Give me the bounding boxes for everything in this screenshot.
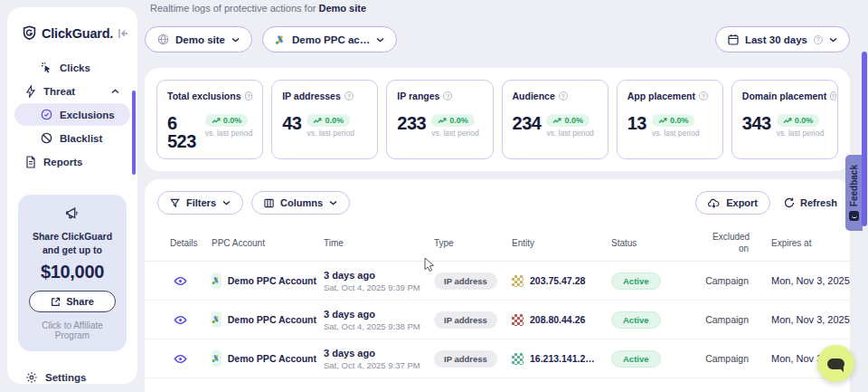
affiliate-promo-card[interactable]: Share ClickGuard and get up to $10,000 S… [18, 195, 127, 351]
col-header-expires-at[interactable]: Expires at [749, 238, 841, 248]
col-header-time[interactable]: Time [316, 238, 427, 248]
export-button[interactable]: Export [695, 191, 770, 215]
share-button-label: Share [66, 296, 94, 307]
help-icon[interactable]: ? [344, 91, 354, 100]
details-eye-icon[interactable] [163, 315, 204, 325]
date-range-selector[interactable]: Last 30 days ? [715, 26, 850, 53]
sidebar-item-reports[interactable]: Reports [14, 150, 130, 173]
sidebar-scrollbar[interactable] [132, 91, 136, 175]
sidebar-item-threat[interactable]: Threat [14, 80, 130, 102]
status-cell: Active [604, 311, 701, 329]
details-eye-icon[interactable] [163, 276, 204, 286]
excluded-on-cell: Campaign [705, 275, 749, 286]
chevron-down-icon [222, 200, 231, 206]
logs-table-panel: Filters Columns Export [145, 179, 850, 392]
help-icon[interactable]: ? [699, 91, 708, 100]
sidebar-item-blacklist[interactable]: Blacklist [14, 127, 130, 149]
col-header-details[interactable]: Details [163, 238, 204, 248]
stat-label: IP ranges [397, 91, 439, 101]
entity-identicon [512, 353, 524, 365]
sidebar-item-label: Blacklist [60, 133, 130, 144]
chevron-down-icon [329, 200, 337, 206]
google-ads-icon [212, 311, 222, 328]
columns-button[interactable]: Columns [251, 191, 350, 215]
sidebar-item-settings[interactable]: Settings [14, 366, 130, 384]
type-cell: IP address [427, 349, 505, 368]
col-header-ppc-account[interactable]: PPC Account [204, 238, 316, 248]
refresh-button-label: Refresh [800, 197, 837, 208]
sidebar-item-label: Settings [45, 372, 130, 383]
table-row: Demo PPC Account 3 days ago Sat, Oct 4, … [145, 301, 850, 339]
type-badge: IP address [434, 311, 497, 329]
excluded-on-cell: Campaign [705, 314, 749, 325]
stat-delta-badge: 0.0% [205, 114, 249, 127]
status-cell: Active [604, 272, 701, 290]
table-header-row: Details PPC Account Time Type Entity Sta… [145, 225, 850, 262]
feedback-tab-label: Feedback [849, 165, 859, 206]
time-cell: 3 days ago Sat, Oct 4, 2025 9:37 PM [316, 348, 427, 370]
time-absolute: Sat, Oct 4, 2025 9:39 PM [324, 282, 427, 292]
promo-amount: $10,000 [25, 262, 119, 282]
col-header-excluded-on[interactable]: Excluded on [705, 232, 749, 254]
table-row: Demo PPC Account 3 days ago Sat, Oct 4, … [145, 339, 850, 378]
stats-panel: Total exclusions? 6 523 0.0% vs. last pe… [145, 68, 850, 171]
help-icon[interactable]: ? [245, 91, 253, 100]
table-toolbar: Filters Columns Export [145, 191, 850, 215]
stat-card-total-exclusions: Total exclusions? 6 523 0.0% vs. last pe… [156, 80, 263, 159]
ppc-account-cell: Demo PPC Account [204, 350, 316, 367]
col-header-status[interactable]: Status [604, 238, 701, 248]
filters-button[interactable]: Filters [157, 191, 243, 215]
ppc-account-name: Demo PPC Account [228, 314, 316, 325]
entity-cell: 208.80.44.26 [505, 314, 604, 326]
click-cursor-icon [41, 62, 52, 73]
help-icon[interactable]: ? [559, 91, 568, 100]
help-icon[interactable]: ? [443, 91, 452, 100]
date-range-label: Last 30 days [745, 34, 807, 45]
clickguard-logo-icon [22, 25, 37, 42]
share-button[interactable]: Share [29, 291, 116, 312]
export-button-label: Export [726, 197, 758, 208]
time-relative: 3 days ago [324, 309, 427, 320]
chat-launcher-button[interactable] [817, 345, 854, 382]
table-row-partial: 3 days ago [145, 378, 850, 392]
ban-icon [41, 132, 52, 144]
document-icon [25, 156, 36, 168]
help-icon[interactable]: ? [830, 91, 835, 100]
col-header-entity[interactable]: Entity [505, 238, 604, 248]
col-header-type[interactable]: Type [427, 238, 505, 248]
feedback-tab[interactable]: Feedback [845, 155, 863, 231]
filter-row: Demo site Demo PPC ac… Last 30 days ? [145, 26, 850, 53]
entity-value: 208.80.44.26 [530, 314, 585, 325]
stat-period: vs. last period [546, 129, 593, 138]
site-selector[interactable]: Demo site [145, 26, 252, 53]
window-scrollbar[interactable] [862, 52, 867, 226]
entity-value: 16.213.141.2… [530, 353, 595, 364]
lightning-icon [25, 85, 36, 98]
account-selector[interactable]: Demo PPC ac… [262, 26, 397, 53]
time-cell: 3 days ago Sat, Oct 4, 2025 9:38 PM [316, 309, 427, 331]
time-absolute: Sat, Oct 4, 2025 9:38 PM [324, 321, 427, 331]
chevron-down-icon [376, 37, 384, 43]
sidebar-item-exclusions[interactable]: Exclusions [14, 103, 130, 126]
stat-label: Audience [513, 91, 555, 101]
stat-delta-badge: 0.0% [431, 114, 475, 127]
time-cell: 3 days ago Sat, Oct 4, 2025 9:39 PM [316, 270, 427, 292]
globe-icon [157, 33, 169, 45]
chevron-down-icon [829, 37, 837, 43]
type-cell: IP address [427, 272, 505, 290]
brand-name: ClickGuard. [42, 26, 113, 41]
stat-value: 13 [627, 114, 646, 132]
megaphone-icon [64, 206, 80, 222]
sidebar-item-clicks[interactable]: Clicks [14, 56, 130, 79]
account-selector-label: Demo PPC ac… [292, 34, 370, 45]
entity-cell: 16.213.141.2… [505, 353, 604, 365]
sidebar-collapse-icon[interactable] [118, 28, 128, 39]
refresh-button[interactable]: Refresh [784, 197, 837, 208]
stat-value: 343 [742, 114, 771, 132]
site-selector-label: Demo site [175, 34, 225, 45]
stat-value: 234 [513, 114, 542, 132]
time-absolute: Sat, Oct 4, 2025 9:37 PM [324, 360, 427, 370]
stat-period: vs. last period [652, 129, 699, 138]
details-eye-icon[interactable] [163, 354, 204, 364]
chevron-up-icon [111, 89, 119, 94]
